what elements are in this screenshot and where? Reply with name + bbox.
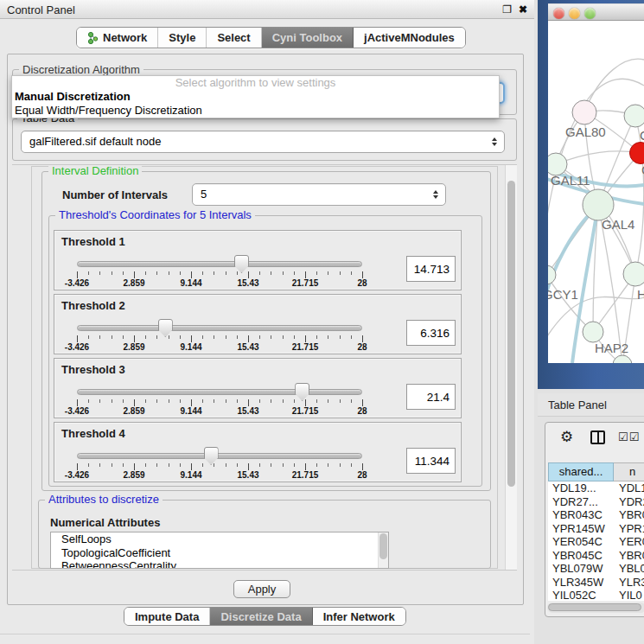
attribute-item[interactable]: TopologicalCoefficient [51,546,388,560]
scrollbar-thumb[interactable] [548,603,641,611]
cell-shared-name[interactable]: YIL052C [548,589,614,601]
slider-handle[interactable] [234,255,249,273]
table-row[interactable]: YPR145WYPR1 [548,522,644,536]
option-manual-discretization[interactable]: Manual Discretization [12,90,499,104]
column-header-name[interactable]: n [614,462,644,481]
axis-tick-label: 21.715 [292,342,319,352]
tab-select[interactable]: Select [207,28,261,48]
attributes-group-label: Attributes to discretize [45,494,163,506]
column-header-shared-name[interactable]: shared... [548,462,614,481]
close-icon[interactable]: ✖ [519,3,527,16]
cell-name[interactable]: YER0 [614,535,644,549]
cell-shared-name[interactable]: YBR045C [548,549,614,563]
minimize-traffic-light-icon[interactable] [569,8,580,19]
network-edge[interactable] [556,151,641,164]
cell-name[interactable]: YBR0 [614,549,644,563]
network-view-canvas[interactable]: GAL80GCGAL11GAL4GCY1HHAP2 [548,21,644,363]
slider-handle[interactable] [204,447,219,465]
cell-name[interactable]: YBR0 [614,508,644,522]
network-node-node-bottom[interactable] [613,355,632,363]
cell-name[interactable]: YBL0 [614,562,644,576]
zoom-traffic-light-icon[interactable] [584,8,596,19]
table-data-combobox[interactable]: galFiltered.sif default node [21,131,505,153]
cell-shared-name[interactable]: YBR043C [548,508,614,522]
network-node-GAL80[interactable] [572,100,596,124]
axis-tick-label: 21.715 [292,470,319,480]
cell-shared-name[interactable]: YBL079W [548,562,614,576]
scrollbar-thumb[interactable] [507,181,515,487]
cell-shared-name[interactable]: YLR345W [548,576,614,590]
table-row[interactable]: YLR345WYLR3 [548,576,644,590]
table-row[interactable]: YBL079WYBL0 [548,562,644,576]
tab-style[interactable]: Style [158,28,207,48]
control-panel-titlebar: Control Panel ❐ ✖ [0,0,534,19]
table-row[interactable]: YBR043CYBR0 [548,508,644,522]
scrollbar-thumb[interactable] [379,533,387,559]
tab-discretize-data[interactable]: Discretize Data [210,608,312,625]
slider-handle[interactable] [295,383,309,401]
cell-shared-name[interactable]: YPR145W [548,522,614,536]
apply-button[interactable]: Apply [233,580,290,598]
list-scrollbar[interactable] [378,532,388,568]
table-row[interactable]: YIL052CYIL0 [548,589,644,601]
table-row[interactable]: YER054CYER0 [548,535,644,549]
threshold-value-input[interactable] [406,448,456,474]
axis-tick-label: 9.144 [180,342,201,352]
tab-infer-network-label: Infer Network [323,610,395,623]
cell-name[interactable]: YIL0 [614,589,644,601]
threshold-value-input[interactable] [406,384,456,410]
tab-impute-data[interactable]: Impute Data [124,608,210,625]
cell-name[interactable]: YPR1 [614,522,644,536]
network-node-node-top-right[interactable] [624,105,644,127]
split-columns-icon[interactable] [590,430,605,444]
attribute-item[interactable]: BetweennessCentrality [51,559,388,569]
slider-handle[interactable] [158,319,173,337]
checkbox-icons[interactable]: ☑☑ [618,430,640,443]
option-equal-width-frequency[interactable]: Equal Width/Frequency Discretization [12,104,499,118]
table-row[interactable]: YBR045CYBR0 [548,549,644,563]
cell-name[interactable]: YDR2 [614,495,644,509]
slider-tick-labels: -3.4262.8599.14415.4321.71528 [77,470,362,481]
table-row[interactable]: YDL19...YDL1 [548,481,644,495]
cell-name[interactable]: YDL1 [614,481,644,495]
control-panel-title: Control Panel [7,3,75,16]
threshold-slider[interactable] [77,452,362,461]
slider-track[interactable] [77,325,362,331]
slider-track[interactable] [77,261,362,267]
close-traffic-light-icon[interactable] [553,8,564,19]
threshold-slider[interactable] [77,324,362,333]
vertical-scrollbar[interactable] [505,165,517,570]
axis-tick-label: 28 [357,406,367,416]
threshold-value-input[interactable] [406,320,456,346]
threshold-slider[interactable] [77,388,362,397]
gear-icon[interactable]: ⚙ [560,430,573,444]
threshold-value-input[interactable] [406,256,456,282]
cell-shared-name[interactable]: YER054C [548,535,614,549]
tab-jactivemnodules[interactable]: jActiveMNodules [354,28,465,48]
network-node-label: GCY1 [548,287,578,302]
threshold-label: Threshold 4 [61,427,125,440]
horizontal-scrollbar[interactable] [547,603,644,613]
network-node-HAP2[interactable] [583,322,603,342]
table-row[interactable]: YDR27...YDR2 [548,495,644,509]
number-of-intervals-spinner[interactable]: 5 [192,183,446,206]
float-window-icon[interactable]: ❐ [502,3,512,16]
cyni-bottom-tabs: Impute Data Discretize Data Infer Networ… [124,607,406,626]
network-window-titlebar[interactable] [548,3,644,21]
cell-name[interactable]: YLR3 [614,576,644,590]
tab-jactivemnodules-label: jActiveMNodules [364,31,455,44]
numerical-attributes-list[interactable]: SelfLoopsTopologicalCoefficientBetweenne… [50,532,389,569]
network-node-GAL4[interactable] [583,189,614,220]
slider-track[interactable] [77,453,362,459]
tab-network[interactable]: Network [77,28,158,48]
slider-track[interactable] [77,389,362,395]
cell-shared-name[interactable]: YDL19... [548,481,614,495]
network-icon [87,32,99,44]
threshold-slider[interactable] [77,260,362,269]
attribute-item[interactable]: SelfLoops [51,532,388,546]
tab-cyni-toolbox[interactable]: Cyni Toolbox [262,28,354,48]
network-node-node-right[interactable] [623,262,644,286]
tab-infer-network[interactable]: Infer Network [313,608,405,625]
panel-divider [0,634,530,634]
cell-shared-name[interactable]: YDR27... [548,495,614,509]
